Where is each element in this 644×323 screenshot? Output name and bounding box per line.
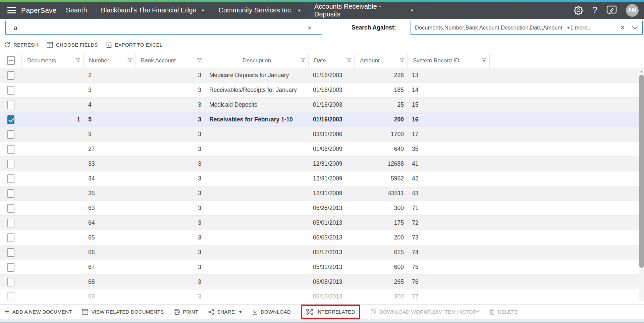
help-icon[interactable]: ? bbox=[592, 5, 597, 15]
cell-bank-account: 3 bbox=[136, 127, 205, 142]
cell-filler bbox=[490, 83, 639, 97]
add-new-document-button[interactable]: + ADD A NEW DOCUMENT bbox=[5, 308, 72, 316]
table-row[interactable]: 68 3 06/08/2013 265 76 bbox=[0, 275, 639, 289]
chevron-down-icon[interactable] bbox=[632, 26, 638, 30]
row-checkbox[interactable] bbox=[7, 86, 14, 95]
cell-system-record-id: 71 bbox=[408, 201, 490, 215]
vertical-scrollbar[interactable]: ▲ bbox=[639, 69, 644, 301]
filter-icon[interactable] bbox=[301, 57, 305, 64]
row-checkbox[interactable] bbox=[7, 71, 14, 80]
cell-system-record-id: 74 bbox=[408, 245, 490, 260]
download-workflow-item-history-button: DOWNLOAD WORKFLOW ITEM HISTORY bbox=[370, 309, 480, 315]
row-checkbox[interactable] bbox=[7, 160, 14, 168]
search-input[interactable]: a × bbox=[5, 21, 322, 35]
table-row[interactable]: 66 3 05/17/2013 615 74 bbox=[0, 245, 639, 260]
cell-number: 33 bbox=[84, 157, 136, 171]
column-header-date[interactable]: Date bbox=[309, 53, 355, 68]
feedback-icon[interactable] bbox=[606, 5, 617, 15]
scrollbar-up-arrow[interactable]: ▲ bbox=[639, 69, 644, 74]
table-row[interactable]: 2 3 Medicare Deposits for January 01/16/… bbox=[0, 68, 639, 83]
history-icon bbox=[370, 309, 376, 315]
brand-section: PaperSave bbox=[0, 2, 56, 19]
cell-number: 68 bbox=[84, 275, 136, 289]
search-clear-icon[interactable]: × bbox=[308, 24, 312, 32]
table-row[interactable]: 9 3 03/31/2006 1700 17 bbox=[0, 127, 639, 142]
table-row[interactable]: 4 3 Medicaid Deposits 01/16/2003 25 15 bbox=[0, 98, 639, 112]
print-button[interactable]: PRINT bbox=[174, 309, 198, 315]
table-row[interactable]: 64 3 05/01/2013 175 72 bbox=[0, 216, 639, 230]
cell-description bbox=[205, 157, 309, 171]
search-against-clear-icon[interactable]: × bbox=[621, 24, 625, 32]
tab-search[interactable]: Search bbox=[56, 2, 97, 19]
refresh-button[interactable]: REFRESH bbox=[4, 42, 38, 48]
cell-bank-account: 3 bbox=[136, 245, 205, 260]
row-checkbox[interactable] bbox=[7, 263, 14, 272]
table-row[interactable]: 63 3 06/28/2013 300 71 bbox=[0, 201, 639, 216]
cell-date: 03/31/2006 bbox=[309, 127, 355, 142]
export-to-excel-button[interactable]: x EXPORT TO EXCEL bbox=[106, 42, 162, 48]
tab-record-type-dropdown[interactable]: Accounts Receivable - Deposits ▼ bbox=[311, 2, 417, 19]
download-button[interactable]: DOWNLOAD bbox=[252, 309, 291, 315]
tab-company-dropdown[interactable]: Community Services Inc. ▼ bbox=[209, 2, 311, 19]
row-checkbox[interactable] bbox=[7, 278, 14, 286]
select-all-checkbox[interactable] bbox=[7, 56, 15, 65]
filter-icon[interactable] bbox=[197, 57, 202, 64]
cell-documents bbox=[22, 186, 84, 201]
cell-amount: 200 bbox=[355, 230, 408, 245]
filter-icon[interactable] bbox=[346, 57, 351, 64]
table-row[interactable]: 3 3 Receivables/Receipts for January 01/… bbox=[0, 83, 639, 98]
row-checkbox[interactable] bbox=[7, 174, 14, 183]
cell-documents bbox=[22, 98, 84, 112]
grid-toolbar: REFRESH CHOOSE FIELDS x EXPORT TO EXCEL bbox=[0, 37, 162, 52]
row-checkbox[interactable] bbox=[7, 101, 14, 109]
column-header-bank-account[interactable]: Bank Account bbox=[136, 53, 205, 68]
hamburger-menu-icon[interactable] bbox=[7, 7, 16, 13]
cell-bank-account: 3 bbox=[136, 201, 205, 215]
table-row[interactable]: 67 3 05/31/2013 600 75 bbox=[0, 260, 639, 275]
filter-icon[interactable] bbox=[399, 57, 404, 64]
table-row[interactable]: 27 3 01/06/2009 640 35 bbox=[0, 142, 639, 157]
cell-number: 69 bbox=[84, 289, 136, 304]
gear-icon[interactable] bbox=[574, 5, 583, 15]
row-checkbox[interactable] bbox=[7, 115, 14, 124]
table-row[interactable]: 1 5 3 Receivables for February 1-10 01/1… bbox=[0, 112, 639, 127]
filter-icon[interactable] bbox=[127, 57, 132, 64]
table-row[interactable]: 65 3 06/03/2013 200 73 bbox=[0, 230, 639, 245]
cell-system-record-id: 75 bbox=[408, 260, 490, 274]
table-row[interactable]: 69 3 06/15/2013 300 77 bbox=[0, 289, 639, 304]
cell-system-record-id: 16 bbox=[408, 112, 490, 127]
tab-financial-edge-dropdown[interactable]: Blackbaud's The Financial Edge ▼ bbox=[97, 2, 209, 19]
avatar[interactable]: AM bbox=[626, 4, 639, 17]
table-row[interactable]: 33 3 12/31/2009 12688 41 bbox=[0, 157, 639, 171]
view-related-documents-button[interactable]: VIEW RELATED DOCUMENTS bbox=[82, 309, 164, 315]
row-checkbox[interactable] bbox=[7, 248, 14, 257]
column-header-description[interactable]: Description bbox=[205, 53, 309, 68]
cell-amount: 5962 bbox=[355, 171, 408, 186]
column-header-number[interactable]: Number bbox=[84, 53, 136, 68]
row-checkbox[interactable] bbox=[7, 292, 14, 301]
table-row[interactable]: 35 3 12/31/2009 43511 43 bbox=[0, 186, 639, 201]
row-checkbox[interactable] bbox=[7, 204, 14, 213]
share-button[interactable]: SHARE ▼ bbox=[208, 309, 242, 315]
interrelated-button[interactable]: INTERRELATED bbox=[301, 305, 360, 319]
row-checkbox[interactable] bbox=[7, 219, 14, 227]
choose-fields-button[interactable]: CHOOSE FIELDS bbox=[47, 42, 98, 48]
table-body: 2 3 Medicare Deposits for January 01/16/… bbox=[0, 68, 639, 304]
column-header-documents[interactable]: Documents bbox=[22, 53, 84, 68]
filter-icon[interactable] bbox=[75, 57, 80, 64]
row-checkbox[interactable] bbox=[7, 145, 14, 154]
column-header-system-record-id[interactable]: System Record ID bbox=[408, 53, 490, 68]
column-header-amount[interactable]: Amount bbox=[355, 53, 408, 68]
cell-bank-account: 3 bbox=[136, 171, 205, 186]
row-checkbox[interactable] bbox=[7, 130, 14, 139]
row-checkbox[interactable] bbox=[7, 233, 14, 242]
plus-icon: + bbox=[5, 308, 9, 316]
search-against-field[interactable]: Documents,Number,Bank Account,Descriptio… bbox=[411, 21, 643, 35]
table-icon bbox=[82, 309, 88, 315]
filter-icon[interactable] bbox=[482, 57, 486, 64]
cell-system-record-id: 14 bbox=[408, 83, 490, 97]
cell-filler bbox=[490, 186, 639, 201]
scrollbar-thumb[interactable] bbox=[639, 75, 644, 268]
row-checkbox[interactable] bbox=[7, 189, 14, 198]
table-row[interactable]: 34 3 12/31/2009 5962 42 bbox=[0, 171, 639, 186]
